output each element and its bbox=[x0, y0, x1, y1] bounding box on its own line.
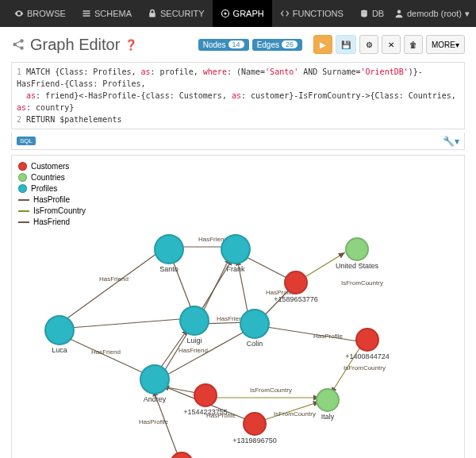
nav-functions[interactable]: FUNCTIONS bbox=[272, 0, 351, 27]
share-icon bbox=[11, 37, 25, 52]
svg-text:IsFromCountry: IsFromCountry bbox=[341, 279, 383, 287]
svg-text:IsFromCountry: IsFromCountry bbox=[250, 387, 292, 394]
trash-icon: 🗑 bbox=[409, 40, 417, 49]
svg-point-4 bbox=[224, 13, 226, 15]
more-button[interactable]: MORE ▾ bbox=[426, 35, 465, 54]
svg-line-10 bbox=[60, 249, 163, 324]
graph-node[interactable] bbox=[44, 315, 75, 345]
node-label: Frank bbox=[226, 265, 244, 273]
svg-text:HasFriend: HasFriend bbox=[91, 348, 121, 356]
user-menu[interactable]: demodb (root) ▾ bbox=[394, 9, 470, 19]
help-icon[interactable]: ❓ bbox=[125, 39, 137, 51]
graph-node[interactable] bbox=[221, 234, 251, 264]
nav-security[interactable]: SECURITY bbox=[140, 0, 213, 27]
node-label: +1589653776 bbox=[274, 295, 317, 303]
chevron-down-icon: ▾ bbox=[465, 9, 470, 19]
save-button[interactable]: 💾 bbox=[336, 35, 356, 54]
code-icon bbox=[280, 9, 290, 18]
run-button[interactable]: ▶ bbox=[313, 35, 332, 54]
node-label: +1544223755 bbox=[183, 408, 227, 416]
node-label: Andrey bbox=[144, 395, 167, 403]
svg-line-11 bbox=[60, 318, 190, 329]
query-editor[interactable]: 1MATCH {Class: Profiles, as: profile, wh… bbox=[11, 62, 465, 129]
query-subbar: SQL 🔧▾ bbox=[11, 133, 465, 150]
expand-button[interactable]: ✕ bbox=[382, 35, 401, 54]
nodes-badge[interactable]: Nodes14 bbox=[198, 39, 249, 51]
svg-text:HasFriend: HasFriend bbox=[178, 347, 208, 354]
sql-tag: SQL bbox=[17, 137, 36, 145]
graph-node[interactable] bbox=[316, 388, 340, 412]
edges-badge[interactable]: Edges26 bbox=[252, 39, 302, 51]
svg-line-24 bbox=[262, 326, 363, 342]
page-title: Graph Editor ❓ bbox=[11, 36, 137, 54]
graph-node[interactable] bbox=[194, 383, 217, 407]
graph-node[interactable] bbox=[355, 328, 379, 352]
node-label: Colin bbox=[247, 340, 263, 348]
target-icon bbox=[221, 9, 230, 18]
play-icon: ▶ bbox=[320, 40, 326, 49]
svg-text:HasProfile: HasProfile bbox=[139, 418, 168, 425]
svg-point-5 bbox=[361, 10, 367, 13]
node-label: Italy bbox=[321, 413, 335, 421]
settings-button[interactable]: ⚙ bbox=[359, 35, 378, 54]
svg-text:HasProfile: HasProfile bbox=[313, 333, 343, 340]
nav-schema[interactable]: SCHEMA bbox=[74, 0, 140, 27]
graph-canvas[interactable]: Customers Countries Profiles HasProfile … bbox=[11, 155, 465, 458]
top-nav: BROWSE SCHEMA SECURITY GRAPH FUNCTIONS D… bbox=[0, 0, 476, 27]
graph-node[interactable] bbox=[154, 234, 184, 264]
svg-text:IsFromCountry: IsFromCountry bbox=[344, 364, 386, 371]
svg-rect-0 bbox=[83, 10, 90, 12]
node-label: Santo bbox=[159, 265, 178, 273]
nav-graph[interactable]: GRAPH bbox=[213, 0, 272, 27]
node-label: Luca bbox=[52, 346, 67, 354]
svg-rect-2 bbox=[83, 15, 90, 17]
graph-node[interactable] bbox=[140, 364, 170, 394]
graph-node[interactable] bbox=[284, 271, 308, 294]
delete-button[interactable]: 🗑 bbox=[404, 35, 423, 54]
svg-point-6 bbox=[397, 10, 401, 14]
save-icon: 💾 bbox=[341, 40, 351, 49]
svg-text:IsFromCountry: IsFromCountry bbox=[274, 410, 316, 418]
lock-icon bbox=[148, 9, 157, 18]
user-icon bbox=[394, 9, 404, 18]
node-label: +1319896750 bbox=[232, 437, 276, 445]
wrench-icon[interactable]: 🔧▾ bbox=[443, 136, 459, 147]
graph-node[interactable] bbox=[243, 412, 267, 436]
title-bar: Graph Editor ❓ Nodes14 Edges26 ▶ 💾 ⚙ ✕ 🗑… bbox=[0, 27, 476, 62]
nav-db[interactable]: DB bbox=[351, 0, 392, 27]
svg-line-18 bbox=[159, 329, 250, 379]
expand-icon: ✕ bbox=[388, 40, 394, 49]
nav-browse[interactable]: BROWSE bbox=[6, 0, 74, 27]
svg-text:HasFriend: HasFriend bbox=[99, 275, 129, 283]
graph-node[interactable] bbox=[179, 306, 209, 336]
list-icon bbox=[82, 9, 91, 18]
eye-icon bbox=[14, 9, 24, 18]
database-icon bbox=[359, 9, 369, 18]
node-label: +1400844724 bbox=[345, 352, 389, 360]
node-label: Luigi bbox=[186, 337, 202, 344]
edges-layer: HasFriend HasFriend HasFriend HasFriend … bbox=[12, 156, 464, 458]
gear-icon: ⚙ bbox=[366, 40, 373, 49]
graph-node[interactable] bbox=[240, 309, 270, 339]
svg-rect-1 bbox=[83, 13, 90, 14]
graph-node[interactable] bbox=[345, 237, 369, 261]
node-label: United States bbox=[336, 262, 378, 270]
